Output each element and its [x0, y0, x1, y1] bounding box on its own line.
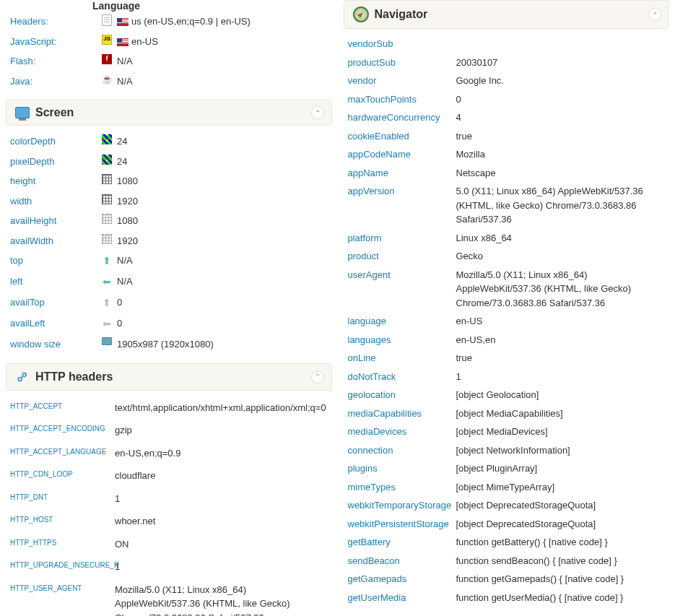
property-label[interactable]: JavaScript: — [10, 35, 97, 49]
property-label[interactable]: hardwareConcurrency — [348, 110, 456, 125]
arrow-left-icon: ⬅ — [103, 274, 111, 290]
property-value: 5.0 (X11; Linux x86_64) AppleWebKit/537.… — [456, 184, 666, 227]
property-value: N/A — [117, 253, 328, 268]
property-label[interactable]: HTTP_HOST — [10, 514, 115, 525]
property-value: 4 — [456, 110, 666, 125]
screen-header: Screen ⌃ — [6, 100, 332, 126]
property-value: [object DeprecatedStorageQuota] — [456, 498, 666, 513]
navigator-row: webkitPersistentStorage[object Deprecate… — [348, 515, 666, 534]
property-value: text/html,application/xhtml+xml,applicat… — [115, 401, 328, 415]
property-label[interactable]: HTTP_ACCEPT_ENCODING — [10, 423, 115, 434]
property-label[interactable]: product — [348, 249, 456, 264]
property-label[interactable]: HTTP_DNT — [10, 492, 115, 503]
http-row: HTTP_HOSTwhoer.net — [10, 510, 328, 533]
property-label[interactable]: Flash: — [10, 54, 97, 69]
property-value: 1920 — [117, 234, 328, 248]
property-label[interactable]: availWidth — [10, 234, 97, 248]
link-icon: ⚯ — [12, 366, 32, 386]
property-label[interactable]: platform — [348, 231, 456, 246]
property-value: Google Inc. — [456, 74, 666, 88]
navigator-section: vendorSubproductSub20030107vendorGoogle … — [344, 35, 670, 607]
property-label[interactable]: connection — [348, 443, 456, 458]
property-label[interactable]: width — [10, 194, 97, 209]
collapse-button[interactable]: ⌃ — [311, 106, 324, 119]
arrow-left-icon: ⬅ — [103, 316, 111, 331]
property-label[interactable]: webkitTemporaryStorage — [348, 498, 456, 513]
property-value: 0 — [456, 92, 666, 107]
property-label[interactable]: mediaCapabilities — [348, 407, 456, 421]
property-label[interactable]: appVersion — [348, 184, 456, 199]
property-label[interactable]: plugins — [348, 461, 456, 476]
property-label[interactable]: geolocation — [348, 388, 456, 402]
screen-row: colorDepth24 — [10, 131, 328, 152]
property-label[interactable]: HTTP_ACCEPT — [10, 401, 115, 412]
property-label[interactable]: sendBeacon — [348, 554, 456, 568]
property-label[interactable]: Headers: — [10, 14, 97, 29]
property-label[interactable]: vendor — [348, 74, 456, 88]
property-label[interactable]: getBattery — [348, 535, 456, 550]
navigator-row: platformLinux x86_64 — [348, 229, 666, 248]
language-row: JavaScript:JSen-US — [10, 32, 328, 52]
property-label[interactable]: pixelDepth — [10, 155, 97, 169]
screen-row: availTop⬆0 — [10, 292, 328, 313]
property-label[interactable]: HTTP_USER_AGENT — [10, 583, 115, 594]
property-label[interactable]: getGamepads — [348, 572, 456, 586]
property-label[interactable]: mediaDevices — [348, 425, 456, 439]
property-label[interactable]: appCodeName — [348, 147, 456, 162]
property-label[interactable]: HTTP_HTTPS — [10, 537, 115, 548]
navigator-row: hardwareConcurrency4 — [348, 108, 666, 127]
property-label[interactable]: languages — [348, 333, 456, 347]
property-label[interactable]: left — [10, 274, 97, 289]
grid-icon — [102, 194, 112, 204]
property-label[interactable]: HTTP_CDN_LOOP — [10, 469, 115, 480]
property-value: 1 — [115, 492, 328, 506]
property-value: [object MimeTypeArray] — [456, 480, 666, 495]
property-value: function getGamepads() { [native code] } — [456, 572, 666, 586]
property-label[interactable]: appName — [348, 166, 456, 181]
navigator-row: cookieEnabledtrue — [348, 127, 666, 146]
property-label[interactable]: HTTP_UPGRADE_INSECURE_R — [10, 560, 115, 571]
property-label[interactable]: userAgent — [348, 268, 456, 282]
property-label[interactable]: getUserMedia — [348, 591, 456, 605]
property-label[interactable]: maxTouchPoints — [348, 92, 456, 107]
compass-icon — [353, 6, 369, 22]
property-label[interactable]: vendorSub — [348, 37, 456, 51]
property-label[interactable]: doNotTrack — [348, 370, 456, 384]
http-section: HTTP_ACCEPTtext/html,application/xhtml+x… — [6, 396, 332, 617]
property-label[interactable]: availTop — [10, 295, 97, 310]
collapse-button[interactable]: ⌃ — [311, 370, 324, 383]
property-value: cloudflare — [115, 469, 328, 483]
http-row: HTTP_CDN_LOOPcloudflare — [10, 464, 328, 487]
property-label[interactable]: onLine — [348, 351, 456, 365]
navigator-header: Navigator ⌃ — [344, 0, 670, 29]
property-label[interactable]: productSub — [348, 56, 456, 70]
property-label[interactable]: availHeight — [10, 214, 97, 228]
property-label[interactable]: webkitPersistentStorage — [348, 517, 456, 532]
property-value: 0 — [117, 316, 328, 331]
property-label[interactable]: HTTP_ACCEPT_LANGUAGE — [10, 446, 115, 457]
grid-icon — [102, 174, 112, 184]
property-label[interactable]: language — [348, 314, 456, 329]
property-value: Mozilla — [456, 147, 666, 162]
property-label[interactable]: colorDepth — [10, 134, 97, 149]
navigator-row: connection[object NetworkInformation] — [348, 441, 666, 460]
property-label[interactable]: mimeTypes — [348, 480, 456, 495]
navigator-row: vendorGoogle Inc. — [348, 71, 666, 90]
flash-icon: f — [102, 54, 112, 64]
arrow-up-icon: ⬆ — [103, 295, 111, 311]
property-value: N/A — [117, 54, 328, 69]
navigator-row: getGamepadsfunction getGamepads() { [nat… — [348, 570, 666, 589]
collapse-button[interactable]: ⌃ — [648, 8, 661, 21]
http-row: HTTP_HTTPSON — [10, 533, 328, 556]
property-value: 1920 — [117, 194, 328, 209]
http-row: HTTP_ACCEPT_LANGUAGEen-US,en;q=0.9 — [10, 442, 328, 465]
property-label[interactable]: window size — [10, 337, 97, 352]
property-label[interactable]: height — [10, 174, 97, 188]
screen-row: availHeight1080 — [10, 211, 328, 231]
property-label[interactable]: availLeft — [10, 316, 97, 331]
property-label[interactable]: Java: — [10, 74, 97, 89]
property-value: [object PluginArray] — [456, 461, 666, 476]
navigator-row: productSub20030107 — [348, 53, 666, 72]
property-label[interactable]: cookieEnabled — [348, 129, 456, 144]
property-label[interactable]: top — [10, 253, 97, 268]
